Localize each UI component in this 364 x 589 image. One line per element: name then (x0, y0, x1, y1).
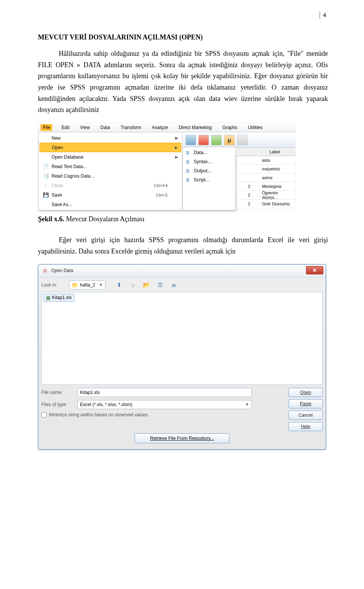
open-submenu-output[interactable]: 🗎 Output... (184, 166, 234, 175)
toolbar-chart-icon[interactable] (211, 135, 222, 145)
filetype-label: Files of type: (41, 402, 77, 407)
file-icon: 🗎 (185, 168, 194, 174)
arrow-right-icon: ▶ (175, 155, 178, 159)
page-number: 4 (320, 11, 326, 19)
document-icon: 📄 (42, 164, 50, 169)
lookin-combo[interactable]: 📁 hafta_2 ▼ (69, 280, 105, 290)
toolbar-mu-icon[interactable]: μ (224, 135, 235, 145)
file-list[interactable]: ▦ Kitap1.xls (41, 292, 323, 385)
figure-caption-lead: Şekil x.6. (38, 215, 64, 223)
toolbar-stats-icon[interactable] (198, 135, 209, 145)
close-button[interactable]: ✕ (306, 266, 323, 274)
filename-value: Kitap1.xls (80, 390, 100, 395)
file-menu-readcognos-label: Read Cognos Data... (50, 173, 179, 179)
toolbar-open-icon[interactable] (185, 135, 196, 145)
home-icon[interactable]: ⌂ (129, 281, 137, 289)
dialog-titlebar: ⎘ Open Data ✕ (38, 265, 326, 277)
file-item-label: Kitap1.xls (52, 295, 72, 300)
retrieve-repo-button[interactable]: Retrieve File From Repository... (135, 433, 229, 443)
close-file-icon: ▫ (42, 183, 50, 188)
list-view-icon[interactable]: ☰ (156, 281, 165, 289)
open-submenu-data-label: Data... (194, 150, 207, 155)
section-heading: MEVCUT VERİ DOSYALARININ AÇILMASI (OPEN) (38, 33, 328, 41)
cancel-button[interactable]: Cancel (289, 411, 323, 420)
spss-menu-screenshot: File Edit View Data Transform Analyze Di… (38, 123, 296, 211)
paragraph-2: Eğer veri girişi için hazırda SPSS progr… (38, 235, 328, 257)
toolbar-binoculars-icon[interactable] (237, 135, 248, 145)
file-menu-opendatabase-label: Open Database (50, 154, 179, 160)
menu-edit[interactable]: Edit (60, 124, 71, 131)
folder-icon: 📁 (72, 282, 78, 288)
filetype-value: Excel (*.xls, *.xlsx, *.xlsm) (80, 402, 132, 407)
open-submenu-syntax[interactable]: 🗎 Syntax... (184, 157, 234, 166)
open-button[interactable]: Open (289, 388, 323, 397)
file-icon: 🗎 (185, 159, 194, 165)
minimize-checkbox-row[interactable]: Minimize string widths based on observed… (41, 412, 286, 417)
file-menu-save-label: Save (50, 192, 156, 198)
menu-direct-marketing[interactable]: Direct Marketing (177, 124, 213, 131)
menu-view[interactable]: View (78, 124, 91, 131)
figure-caption-text: Mevcut Dosyaların Açılması (64, 215, 144, 223)
file-menu-close-shortcut: Ctrl+F4 (154, 183, 179, 188)
open-submenu-data[interactable]: 🗎 Data... (184, 148, 234, 157)
checkbox-icon[interactable] (41, 412, 47, 417)
file-menu-open-label: Open (50, 145, 179, 150)
filename-label: File name: (41, 390, 77, 395)
save-icon: 💾 (42, 192, 50, 198)
file-menu-close: ▫ Close Ctrl+F4 (39, 181, 181, 190)
details-view-icon[interactable]: ≣ (170, 281, 178, 289)
chevron-down-icon: ▼ (99, 283, 103, 287)
file-menu-readtext-label: Read Text Data... (50, 164, 179, 169)
excel-file-icon: ▦ (46, 295, 50, 301)
file-icon: 🗎 (185, 177, 194, 183)
open-data-dialog: ⎘ Open Data ✕ Look in: 📁 hafta_2 ▼ ⬆ ⌂ 📂… (38, 264, 326, 450)
grid-row: asiniz (235, 173, 295, 182)
grid-header-label: Label (258, 150, 295, 154)
filetype-combo[interactable]: Excel (*.xls, *.xlsx, *.xlsm) ▼ (77, 400, 252, 409)
open-submenu-syntax-label: Syntax... (194, 159, 212, 164)
file-menu-open[interactable]: Open ▶ (39, 143, 181, 152)
open-submenu-script[interactable]: 🗎 Script... (184, 175, 234, 184)
grid-row: 2Mesleginiz (235, 182, 295, 191)
file-menu-save[interactable]: 💾 Save Ctrl+S (39, 190, 181, 200)
dialog-title-text: Open Data (51, 268, 73, 273)
filename-input[interactable]: Kitap1.xls (77, 388, 252, 397)
new-folder-icon[interactable]: 📂 (143, 281, 151, 289)
file-menu-open-database[interactable]: Open Database ▶ (39, 152, 181, 162)
lookin-label: Look in: (41, 282, 66, 288)
menu-bar[interactable]: File Edit View Data Transform Analyze Di… (38, 123, 295, 132)
grid-row: 2Ögrenim düzeyi… (235, 191, 295, 200)
grid-row: 2Gelir Düzeyiniz (235, 200, 295, 208)
minimize-checkbox-label: Minimize string widths based on observed… (49, 412, 148, 417)
file-item-selected[interactable]: ▦ Kitap1.xls (43, 294, 74, 302)
chevron-down-icon: ▼ (245, 402, 249, 406)
file-dropdown-menu[interactable]: New ▶ Open ▶ Open Database ▶ 📄 Read Text… (38, 132, 182, 210)
menu-file[interactable]: File (41, 124, 52, 131)
file-menu-saveas-label: Save As... (50, 202, 179, 207)
file-menu-read-cognos[interactable]: 📑 Read Cognos Data... (39, 171, 181, 181)
paragraph-1: Hâlihazırda sahip olduğunuz ya da edindi… (38, 48, 328, 116)
figure-caption: Şekil x.6. Mevcut Dosyaların Açılması (38, 215, 328, 223)
menu-data[interactable]: Data (99, 124, 111, 131)
file-menu-new[interactable]: New ▶ (39, 133, 181, 143)
menu-transform[interactable]: Transform (119, 124, 143, 131)
open-submenu[interactable]: 🗎 Data... 🗎 Syntax... 🗎 Output... � (182, 147, 235, 210)
up-folder-icon[interactable]: ⬆ (115, 281, 124, 289)
menu-analyze[interactable]: Analyze (150, 124, 169, 131)
open-data-icon: ⎘ (41, 267, 49, 274)
grid-header: Label (235, 148, 295, 156)
help-button[interactable]: Help (289, 422, 323, 431)
file-menu-close-label: Close (50, 183, 154, 188)
open-submenu-output-label: Output... (194, 168, 211, 173)
file-menu-save-shortcut: Ctrl+S (156, 193, 179, 197)
paste-button[interactable]: Paste (289, 399, 323, 408)
open-submenu-script-label: Script... (194, 177, 209, 183)
menu-utilities[interactable]: Utilities (246, 124, 264, 131)
menu-graphs[interactable]: Graphs (221, 124, 238, 131)
file-menu-saveas[interactable]: Save As... (39, 200, 181, 209)
arrow-right-icon: ▶ (175, 145, 178, 150)
lookin-folder-name: hafta_2 (80, 282, 95, 288)
grid-row: asta (235, 156, 295, 165)
file-menu-read-text[interactable]: 📄 Read Text Data... (39, 162, 181, 171)
grid-row: insiyetiniz (235, 165, 295, 173)
